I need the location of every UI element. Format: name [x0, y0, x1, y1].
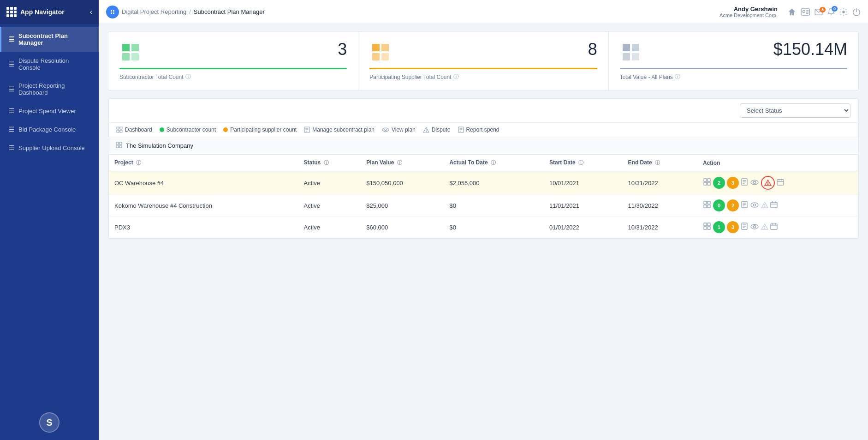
id-card-button[interactable] [801, 8, 810, 16]
card-underline [620, 68, 847, 69]
dispute-alert-icon[interactable] [761, 176, 775, 190]
legend-view-plan[interactable]: View plan [382, 127, 416, 133]
svg-rect-22 [623, 44, 630, 51]
filter-bar: Select Status Active Inactive Pending Cl… [108, 98, 858, 123]
total-value-label: Total Value - All Plans ⓘ [620, 73, 847, 81]
svg-point-56 [753, 181, 755, 184]
subcontractor-count-badge[interactable]: 1 [713, 221, 725, 233]
calendar-action-icon[interactable] [777, 178, 784, 187]
dashboard-action-icon[interactable] [703, 223, 711, 232]
svg-rect-83 [704, 227, 707, 229]
document-icon[interactable] [741, 178, 748, 187]
svg-point-35 [385, 129, 386, 131]
supplier-count: 8 [399, 41, 597, 58]
calendar-action-icon[interactable] [770, 201, 778, 210]
user-name: Andy Gershwin [719, 6, 778, 12]
power-button[interactable] [852, 8, 861, 16]
supplier-icon [369, 41, 392, 63]
svg-rect-64 [704, 201, 707, 204]
sidebar-item-bid-package-console[interactable]: ☰ Bid Package Console [0, 120, 99, 139]
cell-action: 1 3 [697, 217, 858, 238]
svg-rect-82 [707, 223, 710, 226]
svg-rect-17 [131, 53, 139, 60]
svg-point-72 [751, 203, 758, 207]
app-nav-header: App Navigator ‹ [0, 0, 99, 24]
col-actual-to-date: Actual To Date ⓘ [444, 155, 544, 171]
info-icon: ⓘ [655, 160, 660, 165]
dispute-icon-disabled[interactable] [761, 223, 768, 232]
svg-rect-2 [113, 10, 114, 12]
legend-report-spend-label: Report spend [466, 127, 499, 133]
subcontractor-label: Subcontractor Total Count ⓘ [119, 73, 347, 81]
svg-rect-14 [122, 44, 130, 51]
legend-manage-subcontract[interactable]: Manage subcontract plan [304, 127, 375, 133]
sidebar-logo: S [0, 405, 99, 440]
supplier-count-badge[interactable]: 3 [727, 177, 739, 189]
legend-subcontractor-label: Subcontractor count [166, 127, 216, 133]
legend-report-spend[interactable]: Report spend [458, 127, 499, 133]
svg-rect-1 [111, 10, 112, 12]
svg-point-34 [382, 128, 389, 132]
svg-point-89 [751, 224, 758, 229]
cell-action: 2 3 [697, 171, 858, 195]
supplier-count-badge[interactable]: 2 [727, 199, 739, 211]
sidebar-item-subcontract-plan-manager[interactable]: ☰ Subcontract Plan Manager [0, 27, 99, 52]
dispute-icon-disabled[interactable] [761, 201, 768, 211]
user-company: Acme Development Corp. [719, 12, 778, 18]
eye-action-icon[interactable] [750, 223, 759, 231]
subcontractor-count-badge[interactable]: 2 [713, 177, 725, 189]
green-dot-icon [160, 127, 164, 132]
mail-button[interactable]: 8 [814, 9, 823, 15]
bell-button[interactable]: 0 [827, 8, 835, 16]
sidebar-collapse-button[interactable]: ‹ [90, 8, 92, 16]
legend-supplier-count: Participating supplier count [223, 127, 297, 133]
info-icon: ⓘ [397, 160, 402, 165]
svg-point-76 [764, 206, 765, 207]
svg-rect-4 [113, 12, 114, 14]
dashboard-action-icon[interactable] [703, 201, 711, 210]
sidebar-item-dispute-resolution-console[interactable]: ☰ Dispute Resolution Console [0, 52, 99, 77]
cell-actual: $2,055,000 [444, 171, 544, 195]
app-icon [106, 6, 119, 18]
hamburger-icon: ☰ [9, 36, 15, 43]
card-underline [369, 68, 597, 69]
grid-icon [6, 7, 17, 17]
sidebar-item-label: Project Reporting Dashboard [18, 82, 91, 96]
eye-action-icon[interactable] [750, 179, 759, 187]
breadcrumb: Digital Project Reporting / Subcontract … [106, 6, 715, 18]
info-icon: ⓘ [491, 160, 496, 165]
home-button[interactable] [788, 8, 796, 16]
cell-plan-value: $150,050,000 [361, 171, 444, 195]
cell-project: Kokomo Warehouse #4 Construction [109, 195, 298, 217]
legend-supplier-label: Participating supplier count [230, 127, 297, 133]
total-value-icon [620, 41, 642, 63]
app-nav-title: App Navigator [20, 8, 65, 16]
subcontractor-count-badge[interactable]: 0 [713, 199, 725, 211]
svg-rect-25 [632, 53, 639, 60]
cell-start: 01/01/2022 [544, 217, 623, 238]
calendar-action-icon[interactable] [770, 223, 778, 232]
dashboard-action-icon[interactable] [703, 178, 711, 187]
svg-rect-28 [117, 130, 119, 133]
report-icon [458, 127, 464, 133]
eye-action-icon[interactable] [750, 201, 759, 210]
legend-dashboard[interactable]: Dashboard [116, 127, 152, 133]
supplier-count-badge[interactable]: 3 [727, 221, 739, 233]
svg-rect-29 [120, 130, 122, 133]
document-icon[interactable] [741, 223, 748, 232]
main-area: Digital Project Reporting / Subcontract … [99, 0, 868, 440]
col-start-date: Start Date ⓘ [544, 155, 623, 171]
sidebar-item-project-reporting-dashboard[interactable]: ☰ Project Reporting Dashboard [0, 77, 99, 102]
info-icon: ⓘ [675, 73, 680, 81]
document-icon[interactable] [741, 201, 748, 210]
svg-point-90 [753, 226, 755, 228]
sidebar-item-supplier-upload-console[interactable]: ☰ Supplier Upload Console [0, 139, 99, 157]
hamburger-icon: ☰ [9, 85, 15, 93]
subcontractor-count: 3 [149, 41, 347, 58]
select-status-dropdown[interactable]: Select Status Active Inactive Pending Cl… [740, 103, 850, 118]
breadcrumb-current: Subcontract Plan Manager [194, 8, 265, 15]
svg-rect-26 [117, 127, 119, 129]
sidebar-item-project-spend-viewer[interactable]: ☰ Project Spend Viewer [0, 102, 99, 120]
settings-button[interactable] [839, 8, 848, 16]
legend-dispute[interactable]: Dispute [423, 127, 451, 133]
